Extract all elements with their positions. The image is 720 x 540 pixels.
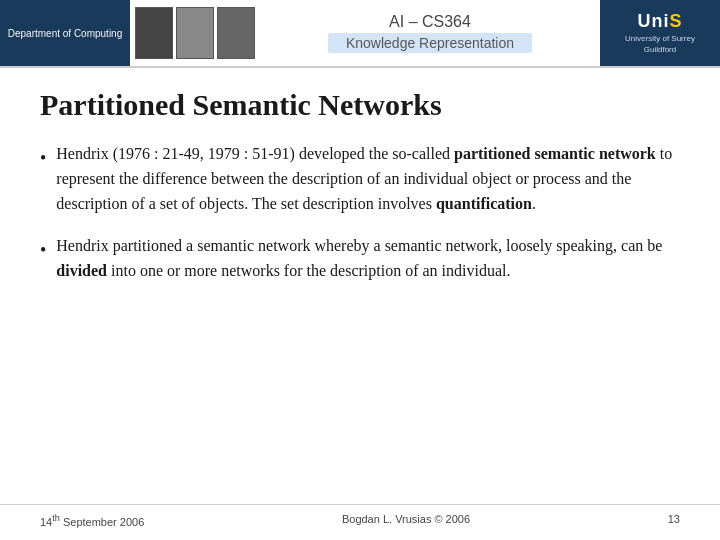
bullet-section-2: • Hendrix partitioned a semantic network… [40,234,680,284]
bullet-item-2: • Hendrix partitioned a semantic network… [40,234,680,284]
bullet-text-1: Hendrix (1976 : 21-49, 1979 : 51-91) dev… [56,142,680,216]
course-title: AI – CS364 [389,13,471,31]
header-photos [130,0,260,66]
bullet-item-1: • Hendrix (1976 : 21-49, 1979 : 51-91) d… [40,142,680,216]
footer-page: 13 [668,513,680,528]
photo-3 [217,7,255,59]
header: Department of Computing AI – CS364 Knowl… [0,0,720,68]
photo-1 [135,7,173,59]
bullet-dot-1: • [40,145,46,173]
footer-author: Bogdan L. Vrusias © 2006 [342,513,470,528]
footer-date: 14th September 2006 [40,513,144,528]
photo-2 [176,7,214,59]
header-right: UniS University of SurreyGuildford [600,0,720,66]
logo-s: S [669,11,682,31]
header-center: AI – CS364 Knowledge Representation [260,0,600,66]
main-content: Partitioned Semantic Networks • Hendrix … [0,68,720,312]
subtitle: Knowledge Representation [328,33,532,53]
bullet-dot-2: • [40,237,46,265]
university-sub: University of SurreyGuildford [625,34,695,55]
university-logo: UniS [637,11,682,32]
dept-label-area: Department of Computing [0,0,130,66]
bullet-section-1: • Hendrix (1976 : 21-49, 1979 : 51-91) d… [40,142,680,216]
footer: 14th September 2006 Bogdan L. Vrusias © … [0,504,720,528]
slide-title: Partitioned Semantic Networks [40,88,680,122]
dept-label: Department of Computing [8,27,123,40]
bullet-text-2: Hendrix partitioned a semantic network w… [56,234,680,284]
